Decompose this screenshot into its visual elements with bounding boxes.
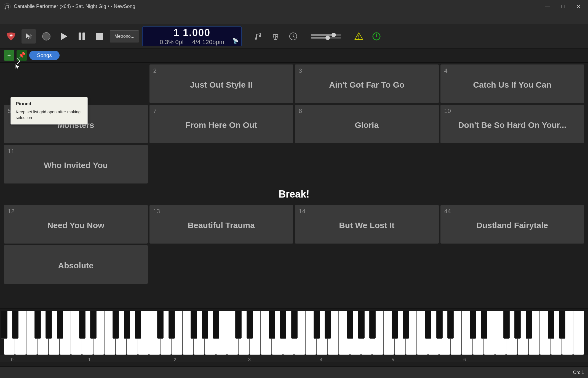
song-cell[interactable]: 12Need You Now <box>4 205 148 244</box>
metronome-button[interactable]: Metrono... <box>110 30 139 42</box>
piano-black-key[interactable] <box>447 311 454 339</box>
piano-black-key[interactable] <box>403 311 409 339</box>
piano-white-key[interactable] <box>294 311 305 355</box>
piano-black-key[interactable] <box>470 311 476 339</box>
song-title: From Here On Out <box>180 115 263 133</box>
maximize-button[interactable]: □ <box>557 0 569 13</box>
song-cell[interactable]: 2Just Out Style II <box>149 64 293 103</box>
volume-slider[interactable] <box>311 34 341 36</box>
piano-white-key[interactable] <box>216 311 227 355</box>
pointer-tool-button[interactable] <box>22 29 36 44</box>
piano-black-key[interactable] <box>235 311 242 339</box>
piano-black-key[interactable] <box>481 311 487 339</box>
piano-white-key[interactable] <box>562 311 573 355</box>
piano-black-key[interactable] <box>135 311 141 339</box>
piano-black-key[interactable] <box>113 311 119 339</box>
song-cell <box>149 145 293 183</box>
piano-black-key[interactable] <box>548 311 554 339</box>
svg-point-1 <box>5 7 6 9</box>
piano-black-key[interactable] <box>325 311 331 339</box>
add-grid-button[interactable]: + <box>4 50 14 61</box>
song-number: 3 <box>299 67 302 74</box>
song-cell[interactable]: 7From Here On Out <box>149 105 293 143</box>
piano-black-key[interactable] <box>57 311 63 339</box>
piano-black-key[interactable] <box>247 311 253 339</box>
piano-black-key[interactable] <box>314 311 320 339</box>
piano-black-key[interactable] <box>202 311 208 339</box>
piano-container: 0 1 2 3 4 5 6 <box>0 308 588 362</box>
song-cell[interactable]: 11Who Invited You <box>4 145 148 183</box>
song-cell[interactable]: 14But We Lost It <box>295 205 439 244</box>
song-cell[interactable]: 13Beautiful Trauma <box>149 205 293 244</box>
pause-button[interactable] <box>74 29 89 44</box>
piano-black-key[interactable] <box>503 311 510 339</box>
piano-black-key[interactable] <box>46 311 52 339</box>
song-title: Beautiful Trauma <box>182 215 260 233</box>
piano-white-key[interactable] <box>171 311 182 355</box>
menubar <box>0 13 588 24</box>
piano-white-key[interactable] <box>450 311 461 355</box>
piano-white-key[interactable] <box>406 311 417 355</box>
master-slider[interactable] <box>311 37 341 39</box>
song-cell[interactable]: 8Gloria <box>295 105 439 143</box>
song-title: Absolute <box>53 255 99 274</box>
piano-white-key[interactable] <box>138 311 149 355</box>
stop-button[interactable] <box>92 29 106 44</box>
piano-white-key[interactable] <box>249 311 260 355</box>
song-cell[interactable]: Absolute <box>4 245 148 284</box>
piano-white-key[interactable] <box>93 311 104 355</box>
piano-black-key[interactable] <box>79 311 85 339</box>
piano-white-key[interactable] <box>372 311 383 355</box>
piano-white-key[interactable] <box>328 311 339 355</box>
song-cell[interactable]: 4Catch Us If You Can <box>440 64 584 103</box>
piano-black-key[interactable] <box>191 311 197 339</box>
piano-white-key[interactable] <box>484 311 495 355</box>
piano-black-key[interactable] <box>90 311 97 339</box>
warning-icon[interactable] <box>352 29 366 44</box>
piano-black-key[interactable] <box>291 311 298 339</box>
songs-tab[interactable]: Songs <box>29 51 60 60</box>
svg-line-11 <box>293 36 295 37</box>
piano-black-key[interactable] <box>269 311 275 339</box>
record-button[interactable] <box>39 29 54 44</box>
piano-black-key[interactable] <box>425 311 431 339</box>
piano-keys[interactable] <box>4 311 584 355</box>
piano-black-key[interactable] <box>1 311 7 339</box>
close-button[interactable]: ✕ <box>572 0 585 13</box>
song-cell[interactable]: 3Ain't Got Far To Go <box>295 64 439 103</box>
piano-black-key[interactable] <box>526 311 532 339</box>
piano-black-key[interactable] <box>358 311 364 339</box>
song-cell <box>295 145 439 183</box>
song-number: 11 <box>8 148 14 155</box>
song-cell[interactable]: 44Dustland Fairytale <box>440 205 584 244</box>
run-icon[interactable] <box>369 29 384 44</box>
piano-black-key[interactable] <box>369 311 376 339</box>
piano-black-key[interactable] <box>12 311 18 339</box>
piano-black-key[interactable] <box>392 311 398 339</box>
piano-black-key[interactable] <box>559 311 565 339</box>
minimize-button[interactable]: — <box>541 0 554 13</box>
piano-white-key[interactable] <box>60 311 71 355</box>
piano-black-key[interactable] <box>280 311 286 339</box>
logo-icon <box>4 29 18 44</box>
piano-white-key[interactable] <box>573 311 584 355</box>
song-cell[interactable]: 10Don't Be So Hard On Your... <box>440 105 584 143</box>
metronome-icon[interactable] <box>268 29 283 44</box>
piano-black-key[interactable] <box>347 311 353 339</box>
piano-black-key[interactable] <box>436 311 443 339</box>
piano-black-key[interactable] <box>124 311 130 339</box>
ruler-mark-2: 2 <box>174 357 176 362</box>
note-icon[interactable] <box>251 29 265 44</box>
piano-black-key[interactable] <box>34 311 41 339</box>
piano-black-key[interactable] <box>213 311 219 339</box>
play-button[interactable] <box>57 29 71 44</box>
piano-black-key[interactable] <box>157 311 164 339</box>
pin-button[interactable]: 📌 <box>17 50 27 61</box>
piano-black-key[interactable] <box>169 311 175 339</box>
piano-black-key[interactable] <box>514 311 521 339</box>
ruler-mark-4: 4 <box>320 357 322 362</box>
toolbar-separator3 <box>347 29 347 43</box>
piano-white-key[interactable] <box>15 311 26 355</box>
piano-white-key[interactable] <box>528 311 539 355</box>
clock-icon[interactable] <box>286 29 300 44</box>
